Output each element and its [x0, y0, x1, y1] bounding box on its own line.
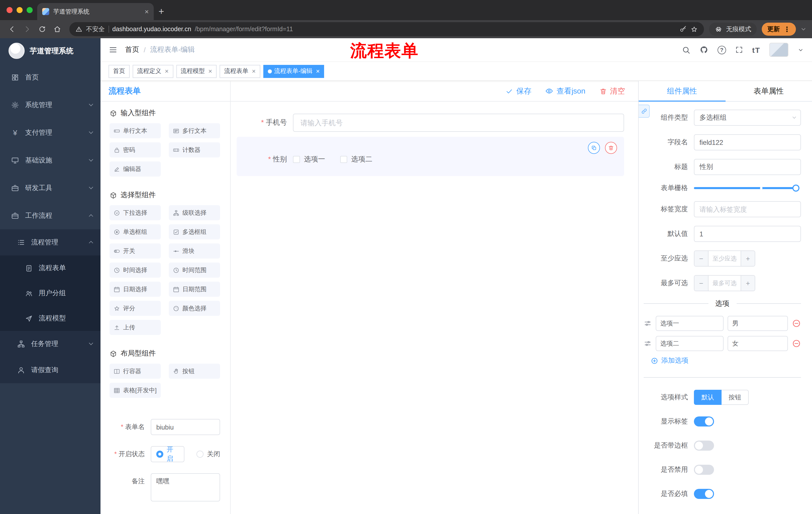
checkbox-option-2[interactable]: 选项二 [340, 155, 372, 164]
palette-chip-time-range[interactable]: 时间范围 [169, 263, 220, 278]
field-name-input[interactable] [694, 134, 801, 151]
increment-button[interactable]: + [741, 276, 755, 291]
copy-component-button[interactable] [588, 142, 600, 154]
option-1-label-input[interactable] [656, 316, 724, 331]
sidebar-item-process-form[interactable]: 流程表单 [0, 255, 100, 281]
palette-chip-cascade[interactable]: 级联选择 [169, 205, 220, 220]
palette-chip-checkbox-group[interactable]: 多选框组 [169, 224, 220, 239]
palette-chip-switch[interactable]: 开关 [110, 243, 161, 259]
toolbar-overflow-chevron-icon[interactable] [800, 26, 807, 33]
style-default-button[interactable]: 默认 [694, 390, 722, 405]
tag-process-model[interactable]: 流程模型× [176, 64, 216, 78]
tab-component-props[interactable]: 组件属性 [639, 81, 725, 101]
palette-chip-text-input[interactable]: 单行文本 [110, 123, 161, 138]
palette-chip-radio-group[interactable]: 单选框组 [110, 224, 161, 239]
add-option-button[interactable]: 添加选项 [651, 356, 801, 365]
palette-chip-editor[interactable]: 编辑器 [110, 161, 161, 177]
palette-chip-slider[interactable]: 滑块 [169, 243, 220, 259]
update-button[interactable]: 更新 ⋮ [762, 23, 796, 36]
palette-chip-date[interactable]: 日期选择 [110, 282, 161, 297]
selected-component-gender[interactable]: 性别 选项一 选项二 [237, 137, 624, 176]
sidebar-item-home[interactable]: 首页 [0, 63, 100, 91]
status-off-radio[interactable]: 关闭 [197, 450, 220, 459]
sidebar-logo[interactable]: 芋道管理系统 [0, 38, 100, 63]
disabled-toggle[interactable] [694, 465, 714, 475]
decrement-button[interactable]: − [694, 251, 708, 266]
new-tab-button[interactable]: + [154, 4, 169, 19]
required-toggle[interactable] [694, 489, 714, 499]
reload-button[interactable] [35, 22, 49, 36]
drag-handle-icon[interactable] [644, 319, 652, 327]
close-icon[interactable]: × [252, 68, 256, 75]
search-icon[interactable] [682, 46, 690, 54]
caret-down-icon[interactable] [798, 47, 804, 53]
palette-chip-textarea[interactable]: 多行文本 [169, 123, 220, 138]
tag-process-form[interactable]: 流程表单× [220, 64, 260, 78]
clear-button[interactable]: 清空 [600, 86, 625, 96]
status-on-radio[interactable]: 开启 [151, 446, 184, 462]
window-close-button[interactable] [6, 7, 12, 13]
tag-width-input[interactable] [694, 201, 801, 217]
collapse-sidebar-button[interactable] [109, 45, 118, 54]
checkbox-option-1[interactable]: 选项一 [293, 155, 325, 164]
close-icon[interactable]: × [208, 68, 212, 75]
palette-chip-row-container[interactable]: 行容器 [110, 363, 161, 379]
back-button[interactable] [5, 22, 19, 36]
palette-chip-upload[interactable]: 上传 [110, 320, 161, 335]
style-button-button[interactable]: 按钮 [722, 390, 749, 405]
view-json-button[interactable]: 查看json [546, 86, 585, 96]
phone-input[interactable] [293, 114, 624, 132]
window-zoom-button[interactable] [27, 7, 33, 13]
sidebar-item-leave-query[interactable]: 请假查询 [0, 357, 100, 383]
palette-chip-color[interactable]: 颜色选择 [169, 301, 220, 316]
remove-option-icon[interactable] [792, 319, 801, 328]
drag-handle-icon[interactable] [644, 340, 652, 348]
title-input[interactable] [694, 159, 801, 175]
tab-form-props[interactable]: 表单属性 [725, 81, 812, 101]
tag-process-definition[interactable]: 流程定义× [133, 64, 173, 78]
sidebar-item-process-model[interactable]: 流程模型 [0, 306, 100, 331]
kebab-menu-icon[interactable]: ⋮ [783, 25, 790, 33]
palette-chip-table[interactable]: 表格[开发中] [110, 383, 161, 398]
fullscreen-icon[interactable] [735, 46, 743, 54]
github-icon[interactable] [699, 45, 708, 54]
grid-slider[interactable] [694, 187, 796, 189]
palette-chip-time[interactable]: 时间选择 [110, 263, 161, 278]
option-1-value-input[interactable] [728, 316, 788, 331]
sidebar-item-system[interactable]: 系统管理 [0, 91, 100, 119]
slider-handle[interactable] [792, 185, 800, 192]
max-select-value[interactable]: 最多可选 [708, 276, 741, 291]
breadcrumb-home[interactable]: 首页 [125, 45, 139, 54]
phone-field[interactable]: 手机号 [237, 114, 624, 132]
min-select-value[interactable]: 至少应选 [708, 251, 741, 266]
forward-button[interactable] [20, 22, 34, 36]
address-bar[interactable]: 不安全 dashboard.yudao.iocoder.cn/bpm/manag… [69, 22, 704, 36]
sidebar-item-user-group[interactable]: 用户分组 [0, 281, 100, 306]
delete-component-button[interactable] [605, 142, 617, 154]
browser-tab[interactable]: 芋道管理系统 × [37, 3, 154, 20]
user-avatar[interactable] [769, 43, 788, 57]
remove-option-icon[interactable] [792, 339, 801, 348]
window-minimize-button[interactable] [17, 7, 23, 13]
sidebar-item-workflow[interactable]: 工作流程 [0, 202, 100, 229]
help-icon[interactable]: ? [718, 46, 726, 54]
save-button[interactable]: 保存 [506, 86, 531, 96]
close-icon[interactable]: × [316, 68, 320, 75]
key-icon[interactable] [679, 25, 687, 33]
option-2-label-input[interactable] [656, 336, 724, 351]
show-label-toggle[interactable] [694, 416, 714, 427]
form-remark-textarea[interactable]: 嘿嘿 [151, 473, 220, 502]
sidebar-item-process-mgmt[interactable]: 流程管理 [0, 229, 100, 255]
tag-home[interactable]: 首页 [109, 64, 129, 78]
palette-chip-rate[interactable]: 评分 [110, 301, 161, 316]
link-anchor-button[interactable] [639, 105, 650, 118]
tab-close-icon[interactable]: × [145, 8, 149, 15]
palette-chip-select[interactable]: 下拉选择 [110, 205, 161, 220]
tag-process-form-edit[interactable]: 流程表单-编辑× [263, 64, 324, 78]
sidebar-item-task-mgmt[interactable]: 任务管理 [0, 331, 100, 357]
default-value-input[interactable] [694, 226, 801, 242]
border-toggle[interactable] [694, 440, 714, 451]
sidebar-item-devtools[interactable]: 研发工具 [0, 174, 100, 202]
palette-chip-button[interactable]: 按钮 [169, 363, 220, 379]
palette-chip-date-range[interactable]: 日期范围 [169, 282, 220, 297]
